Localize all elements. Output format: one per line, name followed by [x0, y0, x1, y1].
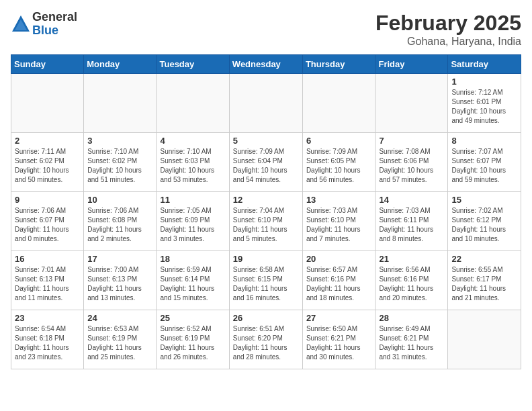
calendar-cell: 8Sunrise: 7:07 AM Sunset: 6:07 PM Daylig…: [448, 133, 521, 192]
calendar-cell: [302, 74, 375, 133]
day-info: Sunrise: 7:10 AM Sunset: 6:02 PM Dayligh…: [87, 147, 152, 185]
day-number: 21: [379, 254, 444, 264]
day-info: Sunrise: 7:03 AM Sunset: 6:11 PM Dayligh…: [379, 206, 444, 244]
day-info: Sunrise: 7:06 AM Sunset: 6:08 PM Dayligh…: [87, 206, 152, 244]
day-info: Sunrise: 7:08 AM Sunset: 6:06 PM Dayligh…: [379, 147, 444, 185]
day-number: 6: [306, 136, 372, 146]
calendar-cell: [448, 310, 521, 369]
day-info: Sunrise: 6:58 AM Sunset: 6:15 PM Dayligh…: [233, 265, 299, 303]
calendar-week-3: 9Sunrise: 7:06 AM Sunset: 6:07 PM Daylig…: [11, 192, 521, 251]
day-number: 14: [379, 195, 444, 205]
calendar-cell: 13Sunrise: 7:03 AM Sunset: 6:10 PM Dayli…: [302, 192, 375, 251]
day-number: 13: [306, 195, 372, 205]
day-number: 27: [306, 313, 372, 323]
calendar-header-thursday: Thursday: [302, 55, 375, 74]
day-number: 2: [15, 136, 80, 146]
calendar-table: SundayMondayTuesdayWednesdayThursdayFrid…: [11, 54, 521, 369]
calendar-cell: 15Sunrise: 7:02 AM Sunset: 6:12 PM Dayli…: [448, 192, 521, 251]
day-info: Sunrise: 6:52 AM Sunset: 6:19 PM Dayligh…: [160, 324, 225, 362]
day-info: Sunrise: 7:10 AM Sunset: 6:03 PM Dayligh…: [160, 147, 225, 185]
day-number: 24: [87, 313, 152, 323]
day-number: 20: [306, 254, 372, 264]
day-number: 25: [160, 313, 225, 323]
calendar-cell: 7Sunrise: 7:08 AM Sunset: 6:06 PM Daylig…: [375, 133, 448, 192]
calendar-header-wednesday: Wednesday: [229, 55, 302, 74]
calendar-cell: 23Sunrise: 6:54 AM Sunset: 6:18 PM Dayli…: [11, 310, 84, 369]
calendar-cell: 3Sunrise: 7:10 AM Sunset: 6:02 PM Daylig…: [84, 133, 157, 192]
day-number: 1: [451, 77, 517, 87]
calendar-week-5: 23Sunrise: 6:54 AM Sunset: 6:18 PM Dayli…: [11, 310, 521, 369]
calendar-header-sunday: Sunday: [11, 55, 84, 74]
day-number: 18: [160, 254, 225, 264]
day-number: 28: [379, 313, 444, 323]
calendar-cell: 10Sunrise: 7:06 AM Sunset: 6:08 PM Dayli…: [84, 192, 157, 251]
calendar-cell: 9Sunrise: 7:06 AM Sunset: 6:07 PM Daylig…: [11, 192, 84, 251]
calendar-cell: [11, 74, 84, 133]
page-header: General Blue February 2025 Gohana, Harya…: [11, 11, 521, 48]
calendar-cell: 2Sunrise: 7:11 AM Sunset: 6:02 PM Daylig…: [11, 133, 84, 192]
logo-icon: [11, 14, 31, 34]
day-info: Sunrise: 6:54 AM Sunset: 6:18 PM Dayligh…: [15, 324, 80, 362]
day-info: Sunrise: 7:05 AM Sunset: 6:09 PM Dayligh…: [160, 206, 225, 244]
calendar-cell: 4Sunrise: 7:10 AM Sunset: 6:03 PM Daylig…: [157, 133, 229, 192]
day-number: 5: [233, 136, 299, 146]
calendar-header-row: SundayMondayTuesdayWednesdayThursdayFrid…: [11, 55, 521, 74]
day-number: 23: [15, 313, 80, 323]
title-block: February 2025 Gohana, Haryana, India: [375, 11, 521, 48]
calendar-cell: [229, 74, 302, 133]
logo: General Blue: [11, 11, 77, 38]
day-info: Sunrise: 7:03 AM Sunset: 6:10 PM Dayligh…: [306, 206, 372, 244]
day-info: Sunrise: 7:09 AM Sunset: 6:04 PM Dayligh…: [233, 147, 299, 185]
day-number: 12: [233, 195, 299, 205]
day-info: Sunrise: 7:09 AM Sunset: 6:05 PM Dayligh…: [306, 147, 372, 185]
calendar-cell: 21Sunrise: 6:56 AM Sunset: 6:16 PM Dayli…: [375, 251, 448, 310]
day-number: 22: [451, 254, 517, 264]
calendar-cell: 17Sunrise: 7:00 AM Sunset: 6:13 PM Dayli…: [84, 251, 157, 310]
calendar-cell: [375, 74, 448, 133]
day-info: Sunrise: 6:57 AM Sunset: 6:16 PM Dayligh…: [306, 265, 372, 303]
day-number: 9: [15, 195, 80, 205]
day-number: 4: [160, 136, 225, 146]
day-number: 17: [87, 254, 152, 264]
calendar-cell: 22Sunrise: 6:55 AM Sunset: 6:17 PM Dayli…: [448, 251, 521, 310]
day-info: Sunrise: 7:04 AM Sunset: 6:10 PM Dayligh…: [233, 206, 299, 244]
logo-blue-text: Blue: [32, 24, 77, 38]
day-info: Sunrise: 6:51 AM Sunset: 6:20 PM Dayligh…: [233, 324, 299, 362]
day-info: Sunrise: 6:59 AM Sunset: 6:14 PM Dayligh…: [160, 265, 225, 303]
day-info: Sunrise: 7:12 AM Sunset: 6:01 PM Dayligh…: [451, 88, 517, 126]
logo-general-text: General: [32, 11, 77, 24]
day-number: 11: [160, 195, 225, 205]
calendar-cell: 1Sunrise: 7:12 AM Sunset: 6:01 PM Daylig…: [448, 74, 521, 133]
calendar-cell: [84, 74, 157, 133]
calendar-week-2: 2Sunrise: 7:11 AM Sunset: 6:02 PM Daylig…: [11, 133, 521, 192]
location-text: Gohana, Haryana, India: [375, 36, 521, 48]
calendar-cell: 18Sunrise: 6:59 AM Sunset: 6:14 PM Dayli…: [157, 251, 229, 310]
calendar-header-tuesday: Tuesday: [157, 55, 229, 74]
calendar-cell: 16Sunrise: 7:01 AM Sunset: 6:13 PM Dayli…: [11, 251, 84, 310]
calendar-cell: 20Sunrise: 6:57 AM Sunset: 6:16 PM Dayli…: [302, 251, 375, 310]
day-number: 19: [233, 254, 299, 264]
calendar-cell: 12Sunrise: 7:04 AM Sunset: 6:10 PM Dayli…: [229, 192, 302, 251]
calendar-cell: 19Sunrise: 6:58 AM Sunset: 6:15 PM Dayli…: [229, 251, 302, 310]
day-info: Sunrise: 7:07 AM Sunset: 6:07 PM Dayligh…: [451, 147, 517, 185]
calendar-cell: 27Sunrise: 6:50 AM Sunset: 6:21 PM Dayli…: [302, 310, 375, 369]
day-info: Sunrise: 6:56 AM Sunset: 6:16 PM Dayligh…: [379, 265, 444, 303]
day-number: 26: [233, 313, 299, 323]
day-info: Sunrise: 7:00 AM Sunset: 6:13 PM Dayligh…: [87, 265, 152, 303]
day-number: 3: [87, 136, 152, 146]
day-info: Sunrise: 6:50 AM Sunset: 6:21 PM Dayligh…: [306, 324, 372, 362]
calendar-cell: 28Sunrise: 6:49 AM Sunset: 6:21 PM Dayli…: [375, 310, 448, 369]
calendar-cell: 26Sunrise: 6:51 AM Sunset: 6:20 PM Dayli…: [229, 310, 302, 369]
calendar-cell: 5Sunrise: 7:09 AM Sunset: 6:04 PM Daylig…: [229, 133, 302, 192]
calendar-week-4: 16Sunrise: 7:01 AM Sunset: 6:13 PM Dayli…: [11, 251, 521, 310]
day-info: Sunrise: 6:53 AM Sunset: 6:19 PM Dayligh…: [87, 324, 152, 362]
calendar-week-1: 1Sunrise: 7:12 AM Sunset: 6:01 PM Daylig…: [11, 74, 521, 133]
calendar-cell: 14Sunrise: 7:03 AM Sunset: 6:11 PM Dayli…: [375, 192, 448, 251]
day-info: Sunrise: 6:55 AM Sunset: 6:17 PM Dayligh…: [451, 265, 517, 303]
calendar-header-friday: Friday: [375, 55, 448, 74]
day-info: Sunrise: 7:02 AM Sunset: 6:12 PM Dayligh…: [451, 206, 517, 244]
calendar-cell: 25Sunrise: 6:52 AM Sunset: 6:19 PM Dayli…: [157, 310, 229, 369]
day-info: Sunrise: 6:49 AM Sunset: 6:21 PM Dayligh…: [379, 324, 444, 362]
calendar-cell: 11Sunrise: 7:05 AM Sunset: 6:09 PM Dayli…: [157, 192, 229, 251]
day-info: Sunrise: 7:01 AM Sunset: 6:13 PM Dayligh…: [15, 265, 80, 303]
